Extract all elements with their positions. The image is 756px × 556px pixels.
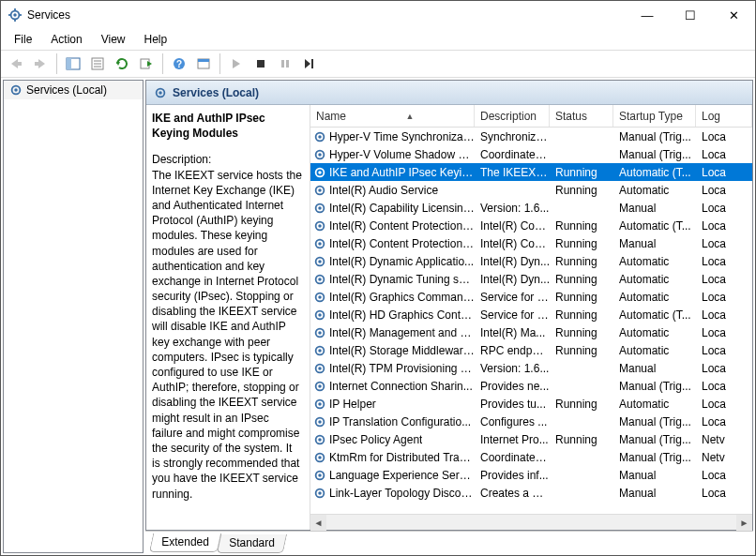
- service-description: Coordinates...: [475, 148, 550, 161]
- gear-icon: [313, 326, 326, 339]
- service-name: Intel(R) Dynamic Applicatio...: [329, 255, 474, 268]
- menu-action[interactable]: Action: [43, 31, 89, 48]
- service-logon: Loca: [696, 398, 752, 411]
- service-row[interactable]: Intel(R) Graphics Command...Service for …: [310, 288, 752, 306]
- export-list-button[interactable]: [135, 53, 158, 75]
- service-startup: Manual (Trig...: [613, 380, 696, 393]
- pane-header-label: Services (Local): [173, 86, 259, 99]
- service-description: Internet Pro...: [475, 433, 550, 446]
- service-row[interactable]: Intel(R) Dynamic Applicatio...Intel(R) D…: [310, 252, 752, 270]
- refresh-button[interactable]: [111, 53, 133, 75]
- service-row[interactable]: IPsec Policy AgentInternet Pro...Running…: [310, 430, 752, 448]
- forward-button[interactable]: [29, 53, 52, 75]
- service-logon: Loca: [696, 219, 752, 233]
- column-header-logon[interactable]: Log: [696, 105, 752, 127]
- stop-service-button[interactable]: [249, 53, 272, 75]
- services-list[interactable]: Hyper-V Time Synchronizati...Synchronize…: [310, 128, 752, 514]
- service-row[interactable]: Hyper-V Time Synchronizati...Synchronize…: [310, 128, 752, 145]
- menu-help[interactable]: Help: [137, 31, 175, 48]
- service-row[interactable]: IP Translation Configuratio...Configures…: [310, 413, 752, 430]
- service-row[interactable]: IP HelperProvides tu...RunningAutomaticL…: [310, 395, 752, 413]
- service-row[interactable]: IKE and AuthIP IPsec Keying...The IKEEXT…: [310, 163, 752, 181]
- restart-service-button[interactable]: [298, 53, 321, 75]
- service-row[interactable]: KtmRm for Distributed Tran...Coordinates…: [310, 448, 752, 466]
- services-app-icon: [8, 8, 22, 22]
- svg-point-72: [318, 473, 322, 477]
- horizontal-scrollbar[interactable]: ◄ ►: [310, 514, 752, 530]
- menu-file[interactable]: File: [7, 31, 39, 48]
- column-header-startup[interactable]: Startup Type: [613, 105, 696, 127]
- service-logon: Loca: [696, 487, 752, 500]
- service-row[interactable]: Internet Connection Sharin...Provides ne…: [310, 377, 752, 395]
- service-startup: Manual (Trig...: [613, 148, 696, 161]
- scroll-left-icon[interactable]: ◄: [310, 515, 326, 531]
- svg-point-46: [318, 242, 322, 246]
- service-row[interactable]: Intel(R) HD Graphics Contro...Service fo…: [310, 306, 752, 323]
- svg-rect-9: [35, 62, 38, 66]
- service-status: Running: [550, 255, 613, 268]
- column-header-description[interactable]: Description: [475, 105, 550, 127]
- service-name: Link-Layer Topology Discov...: [329, 487, 475, 500]
- right-pane: Services (Local) IKE and AuthIP IPsec Ke…: [145, 80, 753, 553]
- service-row[interactable]: Intel(R) TPM Provisioning S...Version: 1…: [310, 359, 752, 377]
- service-description: Intel(R) Dyn...: [475, 255, 550, 268]
- service-status: Running: [550, 291, 613, 304]
- svg-point-30: [14, 88, 18, 92]
- service-description: Intel(R) Ma...: [475, 326, 550, 339]
- service-description: Provides ne...: [475, 380, 550, 393]
- service-name: IKE and AuthIP IPsec Keying...: [329, 166, 475, 179]
- pause-service-button[interactable]: [274, 53, 296, 75]
- svg-point-68: [318, 438, 322, 442]
- service-startup: Automatic: [613, 344, 696, 357]
- service-startup: Automatic: [613, 326, 696, 339]
- toolbar: ?: [1, 50, 755, 78]
- service-row[interactable]: Intel(R) Dynamic Tuning ser...Intel(R) D…: [310, 270, 752, 288]
- gear-icon: [313, 415, 326, 428]
- service-name: Intel(R) Content Protection ...: [329, 219, 475, 233]
- service-row[interactable]: Language Experience ServiceProvides inf.…: [310, 466, 752, 484]
- maximize-button[interactable]: ☐: [669, 1, 712, 29]
- gear-icon: [313, 130, 326, 143]
- service-row[interactable]: Intel(R) Content Protection ...Intel(R) …: [310, 234, 752, 252]
- description-label: Description:: [152, 152, 302, 167]
- service-startup: Automatic: [613, 255, 696, 268]
- list-column: Name▲ Description Status Startup Type Lo…: [310, 105, 752, 530]
- service-startup: Manual: [613, 202, 696, 215]
- close-button[interactable]: ✕: [712, 1, 755, 29]
- service-row[interactable]: Intel(R) Storage Middleware...RPC endpoi…: [310, 341, 752, 359]
- service-name: Intel(R) Audio Service: [329, 184, 438, 197]
- minimize-button[interactable]: —: [626, 1, 669, 29]
- svg-rect-7: [18, 62, 22, 66]
- detail-column: IKE and AuthIP IPsec Keying Modules Desc…: [146, 105, 310, 530]
- column-header-status[interactable]: Status: [550, 105, 613, 127]
- tab-extended[interactable]: Extended: [149, 533, 221, 552]
- service-row[interactable]: Intel(R) Content Protection ...Intel(R) …: [310, 217, 752, 234]
- gear-icon: [313, 237, 326, 250]
- show-hide-tree-button[interactable]: [62, 53, 84, 75]
- menu-view[interactable]: View: [94, 31, 133, 48]
- service-logon: Loca: [696, 380, 752, 393]
- help-button[interactable]: ?: [168, 53, 190, 75]
- service-logon: Loca: [696, 344, 752, 357]
- tree-root-services-local[interactable]: Services (Local): [4, 81, 143, 99]
- service-row[interactable]: Intel(R) Capability Licensing...Version:…: [310, 199, 752, 217]
- back-button[interactable]: [5, 53, 27, 75]
- service-row[interactable]: Link-Layer Topology Discov...Creates a N…: [310, 484, 752, 502]
- column-header-name[interactable]: Name▲: [310, 105, 475, 127]
- svg-rect-22: [198, 59, 209, 62]
- service-startup: Automatic (T...: [613, 166, 696, 179]
- gear-icon: [313, 344, 326, 357]
- scroll-right-icon[interactable]: ►: [736, 515, 752, 531]
- properties-button[interactable]: [86, 53, 109, 75]
- service-startup: Automatic (T...: [613, 219, 696, 233]
- start-service-button[interactable]: [225, 53, 248, 75]
- service-status: Running: [550, 398, 613, 411]
- gear-icon: [313, 202, 326, 215]
- help-button-2[interactable]: [192, 53, 215, 75]
- service-row[interactable]: Intel(R) Management and S...Intel(R) Ma.…: [310, 323, 752, 341]
- tab-standard[interactable]: Standard: [217, 534, 287, 553]
- gear-icon: [313, 451, 326, 464]
- service-name: Intel(R) HD Graphics Contro...: [329, 308, 475, 322]
- service-row[interactable]: Intel(R) Audio ServiceRunningAutomaticLo…: [310, 181, 752, 199]
- service-row[interactable]: Hyper-V Volume Shadow C...Coordinates...…: [310, 145, 752, 163]
